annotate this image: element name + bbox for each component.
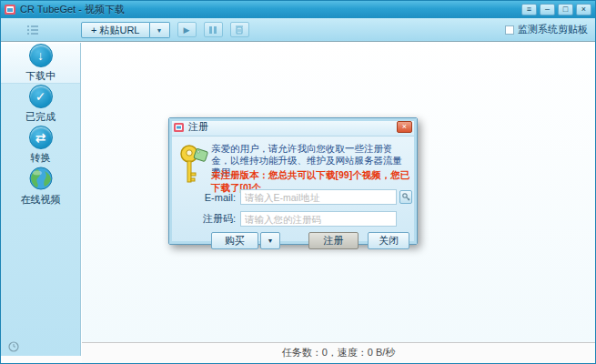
regcode-label: 注册码: bbox=[169, 212, 240, 226]
regcode-field[interactable] bbox=[240, 211, 397, 227]
download-icon: ↓ bbox=[29, 44, 53, 67]
toolbar: + 粘贴URL ▼ ▶ 监测系统剪贴板 bbox=[1, 18, 595, 42]
email-label: E-mail: bbox=[169, 192, 240, 203]
delete-task-button[interactable] bbox=[230, 22, 249, 37]
buy-button[interactable]: 购买 bbox=[211, 232, 258, 249]
key-icon bbox=[178, 144, 209, 186]
status-text: 任务数：0，速度：0 B/秒 bbox=[282, 346, 396, 359]
dialog-close-button[interactable]: 关闭 bbox=[368, 232, 409, 249]
dialog-icon bbox=[174, 123, 184, 132]
window-controls: ≡ – □ × bbox=[521, 4, 591, 15]
titlebar: CR TubeGet - 视频下载 ≡ – □ × bbox=[1, 1, 595, 18]
statusbar: 任务数：0，速度：0 B/秒 bbox=[82, 342, 595, 363]
paste-url-split-button: + 粘贴URL ▼ bbox=[81, 22, 170, 38]
sidebar-item-downloading[interactable]: ↓ 下载中 bbox=[1, 43, 80, 84]
bottom-left-strip bbox=[1, 356, 82, 363]
regcode-row: 注册码: bbox=[169, 211, 417, 227]
paste-url-dropdown[interactable]: ▼ bbox=[150, 22, 170, 38]
sidebar-item-convert[interactable]: ⇄ 转换 bbox=[1, 125, 80, 166]
dialog-title: 注册 bbox=[188, 120, 208, 134]
app-icon bbox=[5, 5, 15, 15]
maximize-button[interactable]: □ bbox=[558, 4, 573, 15]
minimize-button[interactable]: – bbox=[540, 4, 555, 15]
convert-icon: ⇄ bbox=[29, 126, 53, 149]
start-download-button[interactable]: ▶ bbox=[177, 22, 197, 37]
play-icon: ▶ bbox=[184, 25, 190, 35]
sidebar-item-label: 已完成 bbox=[25, 110, 56, 124]
sidebar-item-label: 下载中 bbox=[25, 69, 56, 83]
dialog-titlebar: 注册 × bbox=[169, 118, 417, 136]
sidebar-item-online-video[interactable]: 在线视频 bbox=[1, 166, 80, 207]
get-code-button[interactable] bbox=[399, 190, 412, 204]
dialog-buttons: 购买 ▼ 注册 关闭 bbox=[169, 232, 409, 249]
menu-icon[interactable]: ≡ bbox=[521, 4, 537, 15]
trash-icon bbox=[235, 25, 244, 35]
globe-icon bbox=[28, 166, 54, 191]
buy-dropdown[interactable]: ▼ bbox=[260, 232, 280, 249]
small-key-icon bbox=[402, 193, 410, 202]
dialog-close-icon[interactable]: × bbox=[397, 121, 412, 133]
monitor-clipboard-label: 监测系统剪贴板 bbox=[518, 23, 588, 36]
pause-icon bbox=[209, 26, 217, 34]
chevron-down-icon: ▼ bbox=[157, 27, 163, 34]
close-button[interactable]: × bbox=[576, 4, 591, 15]
monitor-clipboard-checkbox[interactable]: 监测系统剪贴板 bbox=[505, 23, 588, 36]
sidebar: ↓ 下载中 ✓ 已完成 ⇄ 转换 在线视频 bbox=[1, 43, 81, 356]
email-field[interactable] bbox=[240, 189, 397, 205]
register-button[interactable]: 注册 bbox=[308, 232, 359, 249]
sidebar-item-label: 在线视频 bbox=[21, 193, 61, 207]
register-dialog: 注册 × 亲爱的用户，请允许我向您收取一些注册资金，以维持功能升级、维护及网站服… bbox=[168, 117, 418, 245]
clock-icon bbox=[8, 341, 19, 352]
window-title: CR TubeGet - 视频下载 bbox=[20, 3, 125, 16]
app-window: CR TubeGet - 视频下载 ≡ – □ × + 粘贴URL ▼ ▶ bbox=[0, 0, 596, 364]
chevron-down-icon: ▼ bbox=[268, 238, 274, 244]
email-row: E-mail: bbox=[169, 189, 417, 205]
dialog-body: 亲爱的用户，请允许我向您收取一些注册资金，以维持功能升级、维护及网站服务器流量费… bbox=[169, 136, 417, 245]
pause-download-button[interactable] bbox=[204, 22, 223, 37]
grip-icon bbox=[26, 24, 39, 36]
checkbox-icon bbox=[505, 25, 514, 35]
sidebar-item-label: 转换 bbox=[31, 151, 51, 165]
check-icon: ✓ bbox=[29, 85, 53, 108]
sidebar-item-completed[interactable]: ✓ 已完成 bbox=[1, 84, 80, 125]
paste-url-button[interactable]: + 粘贴URL bbox=[81, 22, 150, 38]
